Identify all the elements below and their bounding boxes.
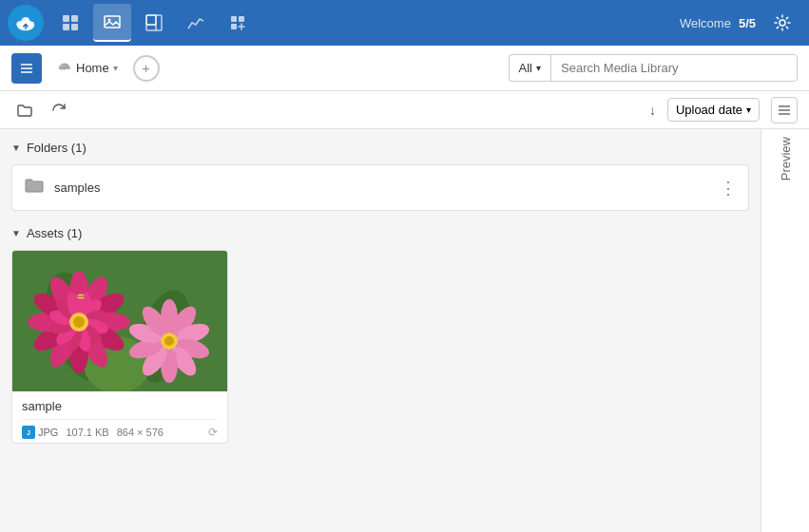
- search-input-wrap: [550, 54, 798, 82]
- svg-point-9: [108, 19, 111, 22]
- svg-rect-11: [146, 15, 156, 25]
- asset-type-badge: J JPG: [22, 426, 58, 439]
- svg-rect-15: [239, 16, 244, 22]
- svg-rect-8: [105, 16, 120, 28]
- svg-point-68: [164, 336, 174, 346]
- svg-rect-6: [63, 24, 69, 30]
- sort-dropdown[interactable]: Upload date ▾: [667, 98, 760, 122]
- nav-dashboard-btn[interactable]: [51, 4, 89, 42]
- folders-section-header[interactable]: ▼ Folders (1): [11, 141, 749, 155]
- filter-chevron-icon: ▾: [536, 63, 541, 73]
- asset-dimensions: 864 × 576: [117, 427, 164, 438]
- asset-meta: J JPG 107.1 KB 864 × 576 ⟳: [22, 419, 218, 439]
- welcome-label: Welcome: [680, 16, 731, 30]
- svg-point-56: [73, 316, 85, 328]
- svg-rect-10: [146, 15, 162, 30]
- menu-toggle-btn[interactable]: [11, 53, 42, 84]
- search-filter-dropdown[interactable]: All ▾: [509, 54, 550, 82]
- filter-label: All: [519, 61, 532, 75]
- assets-section-header[interactable]: ▼ Assets (1): [11, 226, 749, 240]
- assets-grid: sample J JPG 107.1 KB 864 × 576 ⟳: [11, 250, 749, 444]
- add-content-btn[interactable]: +: [133, 55, 160, 82]
- left-panel: ▼ Folders (1) samples ⋮ ▼ Assets (1): [0, 129, 761, 532]
- preview-label: Preview: [779, 137, 793, 180]
- nav-media-btn[interactable]: [93, 4, 131, 42]
- user-count: 5/5: [739, 16, 756, 30]
- folder-view-btn[interactable]: [11, 97, 38, 124]
- home-btn[interactable]: Home ▾: [49, 57, 125, 80]
- content-toolbar: ↓ Upload date ▾: [0, 91, 809, 129]
- svg-rect-16: [231, 24, 237, 29]
- svg-rect-4: [63, 15, 69, 22]
- assets-chevron-icon: ▼: [11, 228, 21, 238]
- preview-panel: Preview: [761, 129, 809, 532]
- add-icon: +: [143, 62, 150, 75]
- refresh-btn[interactable]: [46, 97, 72, 124]
- search-input[interactable]: [561, 61, 787, 75]
- folder-item[interactable]: samples ⋮: [11, 164, 749, 211]
- sort-chevron-icon: ▾: [746, 104, 751, 115]
- nav-layout-btn[interactable]: [135, 4, 173, 42]
- svg-rect-7: [71, 24, 78, 30]
- search-area: All ▾: [509, 54, 798, 82]
- folder-name: samples: [54, 180, 710, 195]
- asset-sync-icon: ⟳: [208, 426, 218, 439]
- app-logo[interactable]: [8, 5, 44, 41]
- folders-chevron-icon: ▼: [11, 142, 21, 153]
- settings-btn[interactable]: [763, 4, 801, 42]
- main-content: ▼ Folders (1) samples ⋮ ▼ Assets (1): [0, 129, 809, 532]
- folder-icon: [24, 175, 45, 200]
- asset-info: sample J JPG 107.1 KB 864 × 576 ⟳: [12, 391, 227, 443]
- assets-label: Assets (1): [27, 226, 83, 240]
- asset-size: 107.1 KB: [66, 427, 108, 438]
- asset-thumbnail: [12, 251, 227, 391]
- nav-plugins-btn[interactable]: [219, 4, 257, 42]
- asset-card[interactable]: sample J JPG 107.1 KB 864 × 576 ⟳: [11, 250, 228, 444]
- view-toggle-btn[interactable]: [771, 97, 798, 124]
- svg-point-17: [780, 20, 785, 26]
- home-label: Home: [76, 61, 109, 75]
- svg-rect-5: [71, 15, 78, 22]
- nav-right: Welcome 5/5: [680, 4, 801, 42]
- secondary-navigation: Home ▾ + All ▾: [0, 46, 809, 91]
- asset-type-label: JPG: [38, 427, 58, 438]
- svg-rect-14: [231, 16, 237, 22]
- nav-analytics-btn[interactable]: [177, 4, 215, 42]
- folder-menu-btn[interactable]: ⋮: [720, 178, 737, 199]
- sort-label-text: Upload date: [676, 103, 742, 117]
- folders-label: Folders (1): [27, 141, 87, 155]
- nav-left: [8, 4, 257, 42]
- sort-direction-btn[interactable]: ↓: [649, 103, 656, 118]
- home-chevron-icon: ▾: [113, 63, 118, 73]
- top-navigation: Welcome 5/5: [0, 0, 809, 46]
- jpg-icon: J: [22, 426, 35, 439]
- asset-name: sample: [22, 399, 218, 413]
